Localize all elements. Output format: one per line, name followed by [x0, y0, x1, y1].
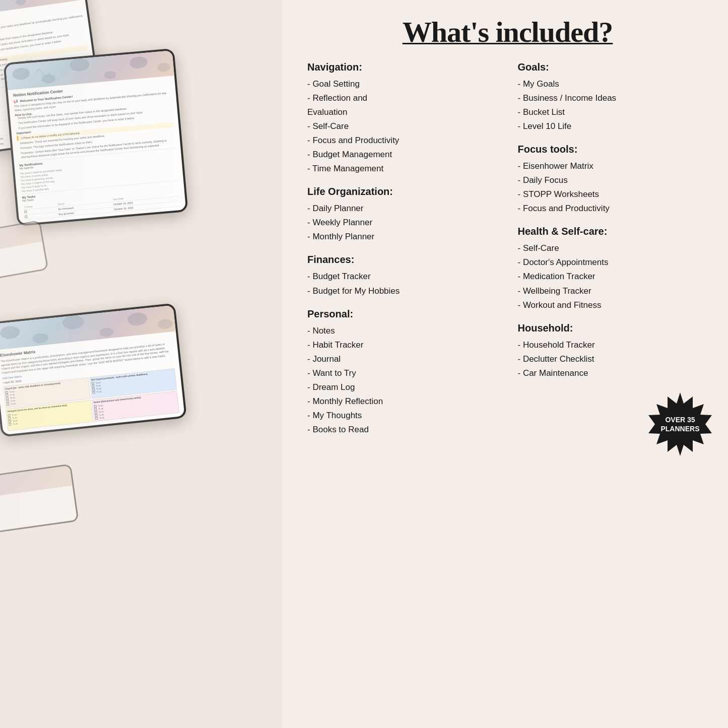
personal-item-8: - Books to Read	[307, 423, 498, 437]
focus-tools-title: Focus tools:	[518, 144, 708, 155]
device-mockup-faded-1: Notion Notification Center ation, and ti…	[0, 220, 49, 294]
svg-point-11	[157, 62, 170, 73]
health-selfcare-title: Health & Self-care:	[518, 226, 708, 237]
svg-point-15	[99, 327, 114, 337]
nav-item-6: - Time Management	[307, 162, 498, 176]
health-item-4: - Wellbeing Tracker	[518, 284, 708, 298]
personal-item-2: - Habit Tracker	[307, 338, 498, 352]
personal-item-7: - My Thoughts	[307, 409, 498, 423]
device-mockup-3: Eisenhower Matrix The Eisenhower Matrix …	[0, 303, 187, 437]
planners-badge: OVER 35 PLANNERS	[647, 391, 713, 457]
life-org-section: Life Organization: - Daily Planner - Wee…	[307, 186, 498, 244]
nav-item-1: - Goal Setting	[307, 77, 498, 91]
nav-item-3: - Self-Care	[307, 119, 498, 134]
svg-point-12	[0, 325, 20, 340]
badge-text: OVER 35 PLANNERS	[660, 415, 699, 433]
svg-point-6	[12, 67, 30, 80]
life-org-title: Life Organization:	[307, 186, 498, 197]
svg-point-9	[104, 71, 116, 80]
nav-item-5: - Budget Management	[307, 148, 498, 162]
nav-item-2: - Reflection andEvaluation	[307, 91, 498, 119]
goals-item-1: - My Goals	[518, 77, 708, 91]
household-item-2: - Declutter Checklist	[518, 352, 708, 366]
svg-point-10	[129, 56, 148, 69]
health-item-1: - Self-Care	[518, 241, 708, 255]
personal-item-4: - Want to Try	[307, 366, 498, 380]
device-mockup-2: Notion Notification Center 📢 Welcome to …	[4, 48, 188, 226]
focus-tools-section: Focus tools: - Eisenhower Matrix - Daily…	[518, 144, 708, 216]
svg-point-8	[69, 57, 90, 72]
finances-item-1: - Budget Tracker	[307, 270, 498, 284]
goals-title: Goals:	[518, 61, 708, 73]
finances-title: Finances:	[307, 254, 498, 266]
right-panel: What's included? Navigation: - Goal Sett…	[282, 0, 728, 728]
content-grid: Navigation: - Goal Setting - Reflection …	[307, 61, 708, 447]
household-section: Household: - Household Tracker - Declutt…	[518, 322, 708, 380]
svg-point-16	[127, 312, 148, 326]
goals-item-3: - Bucket List	[518, 105, 708, 119]
finances-item-2: - Budget for My Hobbies	[307, 284, 498, 298]
badge-line2: PLANNERS	[660, 425, 699, 433]
svg-point-3	[16, 0, 26, 6]
svg-point-14	[62, 314, 85, 330]
page-title: What's included?	[307, 15, 708, 49]
svg-point-13	[32, 333, 48, 344]
focus-tools-item-1: - Eisenhower Matrix	[518, 159, 708, 173]
life-org-item-2: - Weekly Planner	[307, 216, 498, 230]
eisenhower-grid: Urgent [do - tasks with deadlines or con…	[3, 368, 179, 431]
device-mockup-faded-2: eadlines by automatically showing you no…	[0, 464, 79, 541]
personal-item-1: - Notes	[307, 324, 498, 338]
life-org-item-3: - Monthly Planner	[307, 230, 498, 244]
badge-line1: OVER 35	[665, 416, 695, 424]
finances-section: Finances: - Budget Tracker - Budget for …	[307, 254, 498, 298]
navigation-section: Navigation: - Goal Setting - Reflection …	[307, 61, 498, 176]
personal-item-6: - Monthly Reflection	[307, 394, 498, 409]
health-item-3: - Medication Tracker	[518, 270, 708, 284]
household-item-3: - Car Maintenance	[518, 366, 708, 380]
goals-item-2: - Business / Income Ideas	[518, 91, 708, 105]
focus-tools-item-2: - Daily Focus	[518, 173, 708, 187]
left-panel: Notion Notification Center 📢 Welcome to …	[0, 0, 282, 728]
right-column: Goals: - My Goals - Business / Income Id…	[518, 61, 708, 447]
focus-tools-item-4: - Focus and Productivity	[518, 202, 708, 216]
device3-date: April 30, 2024	[5, 379, 22, 384]
goals-item-4: - Level 10 Life	[518, 119, 708, 134]
life-org-item-1: - Daily Planner	[307, 202, 498, 216]
svg-point-7	[41, 74, 56, 84]
svg-point-17	[157, 318, 173, 330]
nav-item-4: - Focus and Productivity	[307, 134, 498, 148]
health-selfcare-section: Health & Self-care: - Self-Care - Doctor…	[518, 226, 708, 312]
health-item-5: - Workout and Fitness	[518, 298, 708, 312]
household-title: Household:	[518, 322, 708, 334]
navigation-title: Navigation:	[307, 61, 498, 73]
goals-section: Goals: - My Goals - Business / Income Id…	[518, 61, 708, 134]
focus-tools-item-3: - STOPP Worksheets	[518, 187, 708, 202]
personal-title: Personal:	[307, 308, 498, 320]
health-item-2: - Doctor's Appointments	[518, 255, 708, 270]
personal-item-5: - Dream Log	[307, 380, 498, 394]
personal-item-3: - Journal	[307, 352, 498, 366]
personal-section: Personal: - Notes - Habit Tracker - Jour…	[307, 308, 498, 437]
household-item-1: - Household Tracker	[518, 338, 708, 352]
svg-point-2	[0, 0, 5, 2]
left-column: Navigation: - Goal Setting - Reflection …	[307, 61, 498, 447]
